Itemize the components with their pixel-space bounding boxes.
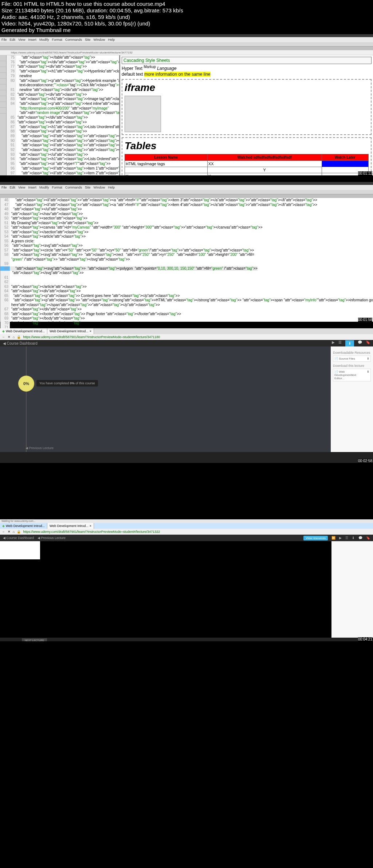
white-box (0, 541, 40, 559)
menu-commands[interactable]: Commands (65, 38, 82, 41)
list-icon[interactable]: ☰ (338, 340, 342, 346)
close-icon[interactable]: × (90, 524, 91, 528)
back-icon[interactable]: ← (2, 335, 5, 339)
browser-tabs-4[interactable]: ◆Web Development Introd... Web Developme… (0, 523, 373, 529)
download-icon[interactable]: ⬇ (352, 536, 355, 540)
tab-2[interactable]: Web Development Introd...× (47, 523, 94, 529)
menu-view[interactable]: View (18, 38, 25, 41)
downloadable-header: Downloadable Resources (333, 351, 371, 354)
menu-window[interactable]: Window (93, 38, 105, 41)
source-files-item[interactable]: 📄 Source Files⬇ (333, 356, 371, 362)
tables-section: Tables Lesson Name Watched sdfsdfsdfsdfs… (122, 137, 372, 175)
speed-icon[interactable]: ⏩ (331, 536, 335, 540)
tool-sidebar[interactable] (0, 55, 7, 175)
css-title: Cascading Style Sheets (122, 57, 372, 64)
dashboard-link[interactable]: ◀ Course Dashboard (3, 341, 38, 345)
progress-indicator: 0% (18, 376, 34, 392)
menu-modify[interactable]: Modify (39, 38, 49, 41)
download-icon[interactable]: ⬇ (367, 357, 369, 360)
reload-icon[interactable]: ✕ (8, 530, 11, 534)
menubar[interactable]: File Edit View Insert Modify Format Comm… (0, 37, 373, 42)
menu-site[interactable]: Site (85, 38, 91, 41)
view-resources-button[interactable]: View resources (303, 536, 328, 540)
file-tabs[interactable] (0, 47, 373, 50)
th-watched: Watched sdfsdfsdfsdfsdfsdfsdf (207, 154, 322, 161)
tables-heading: Tables (125, 140, 369, 152)
next-lecture-button[interactable]: NEXT LECTURE (22, 638, 47, 642)
menu-edit[interactable]: Edit (10, 38, 16, 41)
code-editor[interactable]: 75 "attr">class="tag"></table"attr">clas… (7, 55, 119, 175)
menu-format[interactable]: Format (52, 38, 62, 41)
menu-file[interactable]: File (1, 38, 7, 41)
video-metadata: File: 001 HTML to HTML5 how to use this … (0, 0, 373, 34)
list-icon[interactable]: ☰ (345, 536, 348, 540)
iframe-heading: iframe (125, 82, 369, 94)
meta-audio: Audio: aac, 44100 Hz, 2 channels, s16, 5… (1, 14, 372, 20)
url-text[interactable]: https://www.udemy.com/draft/587901/learn… (23, 335, 160, 339)
home-icon[interactable]: ⌂ (13, 335, 15, 339)
url-bar-3[interactable]: ← ✕ ⌂ 🔒 https://www.udemy.com/draft/5879… (0, 334, 373, 340)
download-icon[interactable]: ⬇ (345, 340, 354, 346)
menubar-2[interactable]: File Edit View Insert Modify Format Comm… (0, 185, 373, 190)
course-topbar-4: ◀ Course Dashboard ◀ Previous Lecture Vi… (0, 535, 373, 541)
previous-lecture-link[interactable]: ◀ Previous Lecture (25, 446, 54, 450)
progress-message: You have completed 0% of this course (36, 380, 98, 387)
th-lesson: Lesson Name (125, 154, 208, 161)
url-bar[interactable]: https://www.udemy.com/draft/587901/learn… (0, 50, 373, 55)
toolbar[interactable] (0, 42, 373, 47)
menu-insert[interactable]: Insert (28, 38, 36, 41)
tab-1[interactable]: ◆Web Development Introd... (0, 523, 47, 529)
bookmark-icon[interactable]: 🔖 (366, 536, 370, 540)
url-text[interactable]: https://www.udemy.com/draft/587901/learn… (23, 530, 160, 534)
lock-icon: 🔒 (17, 530, 21, 534)
dreamweaver-panel-1: File Edit View Insert Modify Format Comm… (0, 34, 373, 175)
chevron-right-icon[interactable]: ▶ (332, 340, 335, 346)
status-bar: Waiting for www.udemy.com... (0, 519, 373, 523)
lock-icon: 🔒 (17, 335, 21, 339)
timestamp-4: 00:04:21 (358, 637, 372, 641)
dreamweaver-panel-2: File Edit View Insert Modify Format Comm… (0, 182, 373, 322)
course-topbar: ◀ Course Dashboard ▶ ☰ ⬇ 💬 🔖 (0, 340, 373, 346)
video-area[interactable] (0, 541, 331, 638)
chat-icon[interactable]: 💬 (358, 340, 362, 346)
right-panel (331, 541, 373, 638)
browser-panel-4: Waiting for www.udemy.com... ◆Web Develo… (0, 519, 373, 641)
chevron-right-icon[interactable]: ▶ (339, 536, 342, 540)
meta-video: Video: h264, yuv420p, 1280x720, 510 kb/s… (1, 20, 372, 27)
home-icon[interactable]: ⌂ (13, 530, 15, 534)
th-later: Watch Later (322, 154, 368, 161)
bottom-bar: NEXT LECTURE (0, 638, 373, 641)
chat-icon[interactable]: 💬 (358, 536, 362, 540)
meta-generator: Generated by Thumbnail me (1, 27, 372, 33)
iframe-placeholder (125, 96, 161, 132)
timestamp-3: 00:02:58 (358, 459, 372, 463)
reload-icon[interactable]: ✕ (8, 335, 11, 339)
editor-item[interactable]: 📄 Web Developmenttext Editor...⬇ (333, 369, 371, 381)
url-bar-4[interactable]: ← ✕ ⌂ 🔒 https://www.udemy.com/draft/5879… (0, 529, 373, 535)
meta-file: File: 001 HTML to HTML5 how to use this … (1, 1, 372, 7)
close-icon[interactable]: × (90, 329, 91, 333)
menu-help[interactable]: Help (108, 38, 115, 41)
browser-panel-3: ◆Web Development Introd... Web Developme… (0, 328, 373, 463)
back-icon[interactable]: ← (2, 530, 5, 534)
resources-panel: Downloadable Resources 📄 Source Files⬇ D… (331, 346, 373, 452)
default-text-line: default text more information on the sam… (122, 72, 372, 77)
tab-1[interactable]: ◆Web Development Introd... (0, 328, 47, 334)
meta-size: Size: 21134840 bytes (20.16 MiB), durati… (1, 7, 372, 14)
dashboard-link[interactable]: ◀ Course Dashboard ◀ Previous Lecture (3, 536, 66, 540)
download-lecture-header: Download this lecture (333, 364, 371, 368)
bookmark-icon[interactable]: 🔖 (366, 340, 370, 346)
course-timeline[interactable]: 0% You have completed 0% of this course … (0, 346, 331, 452)
timestamp-2: 00:01:58 (358, 318, 372, 322)
code-editor-2[interactable]: 46 "attr">class="tag"><li"attr">class="t… (0, 198, 373, 322)
download-icon[interactable]: ⬇ (367, 370, 369, 380)
tab-2[interactable]: Web Development Introd...× (47, 328, 94, 334)
markup-text: Hyper Text Markup Language (122, 65, 372, 71)
iframe-section: iframe (122, 79, 372, 135)
timestamp: 00:01:12 (358, 171, 372, 175)
live-preview: Cascading Style Sheets Hyper Text Markup… (119, 55, 373, 175)
data-table: Lesson Name Watched sdfsdfsdfsdfsdfsdfsd… (125, 154, 369, 175)
browser-tabs[interactable]: ◆Web Development Introd... Web Developme… (0, 328, 373, 334)
